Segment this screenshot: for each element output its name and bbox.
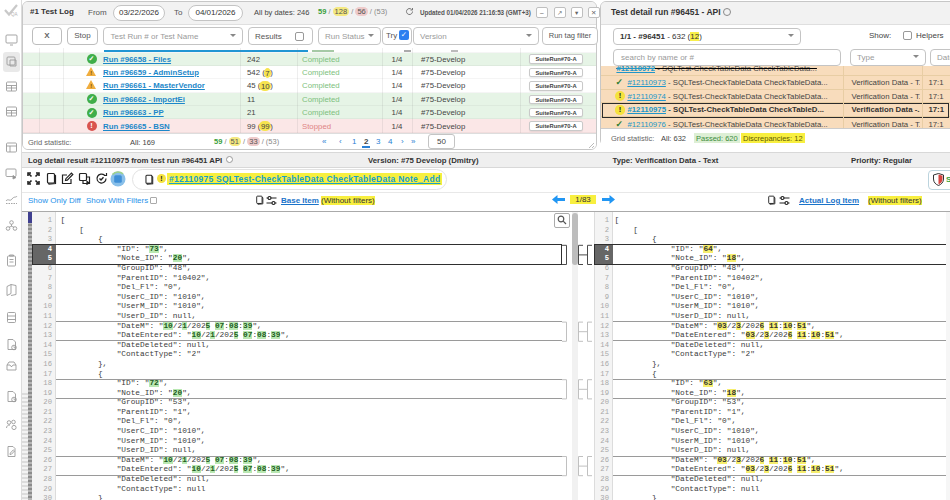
svg-text:QA: QA	[11, 12, 18, 17]
